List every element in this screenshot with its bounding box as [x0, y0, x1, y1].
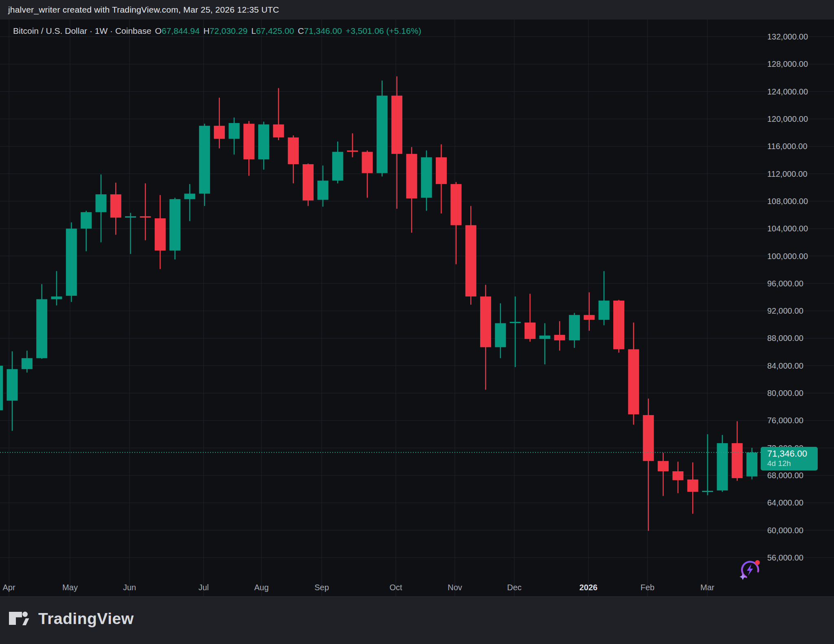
candle[interactable]: [495, 323, 506, 347]
candle[interactable]: [406, 154, 417, 198]
candle[interactable]: [303, 164, 314, 200]
candle[interactable]: [332, 152, 343, 181]
candle[interactable]: [273, 124, 284, 137]
candle[interactable]: [421, 157, 432, 198]
candlestick-chart[interactable]: [0, 0, 834, 644]
candle[interactable]: [702, 491, 713, 492]
time-axis-label: Mar: [700, 582, 714, 592]
candle[interactable]: [155, 218, 166, 251]
candle[interactable]: [539, 336, 550, 339]
time-axis-label: Jun: [123, 582, 136, 592]
tradingview-logo-text: TradingView: [38, 610, 134, 628]
time-axis-label: Oct: [389, 582, 402, 592]
candle[interactable]: [244, 124, 255, 160]
candle[interactable]: [362, 152, 373, 173]
candle[interactable]: [377, 96, 388, 173]
ohlc-open: O67,844.94: [155, 26, 200, 36]
candle[interactable]: [436, 157, 447, 184]
candle[interactable]: [687, 479, 698, 492]
price-axis-label: 64,000.00: [767, 498, 803, 508]
time-axis-label: Dec: [507, 582, 522, 592]
candle[interactable]: [22, 358, 33, 369]
candle[interactable]: [184, 193, 195, 199]
candle[interactable]: [658, 461, 669, 471]
price-axis-label: 120,000.00: [767, 114, 808, 124]
candle[interactable]: [199, 126, 210, 194]
symbol-title[interactable]: Bitcoin / U.S. Dollar · 1W · Coinbase: [13, 26, 151, 36]
time-axis-label: Apr: [2, 582, 15, 592]
price-axis-label: 92,000.00: [767, 306, 803, 316]
candle[interactable]: [732, 443, 743, 478]
candle[interactable]: [717, 443, 728, 490]
candle[interactable]: [95, 194, 106, 212]
candle[interactable]: [465, 225, 476, 297]
time-axis-label: May: [62, 582, 78, 592]
tradingview-logo-icon: [9, 611, 31, 626]
ohlc-low: L67,425.00: [251, 26, 294, 36]
attribution-text: jhalver_writer created with TradingView.…: [8, 5, 279, 15]
candle[interactable]: [480, 297, 491, 347]
ohlc-close: C71,346.00: [298, 26, 342, 36]
candle[interactable]: [569, 315, 580, 340]
price-axis-label: 100,000.00: [767, 251, 808, 261]
bar-countdown: 4d 12h: [767, 459, 818, 468]
price-axis-label: 60,000.00: [767, 525, 803, 535]
candle[interactable]: [554, 335, 565, 340]
price-axis-label: 124,000.00: [767, 87, 808, 97]
candle[interactable]: [450, 184, 461, 225]
price-axis-label: 128,000.00: [767, 59, 808, 69]
candle[interactable]: [317, 180, 328, 200]
price-axis-label: 88,000.00: [767, 333, 803, 343]
candle[interactable]: [391, 96, 402, 154]
candle[interactable]: [0, 366, 3, 410]
candle[interactable]: [672, 471, 683, 480]
candle[interactable]: [288, 137, 299, 164]
price-axis-label: 76,000.00: [767, 415, 803, 425]
candle[interactable]: [7, 369, 18, 400]
candle[interactable]: [643, 415, 654, 461]
tradingview-logo[interactable]: TradingView: [9, 610, 134, 628]
time-axis-label: Jul: [198, 582, 209, 592]
time-axis-label: Aug: [254, 582, 269, 592]
price-axis-label: 112,000.00: [767, 169, 808, 179]
candle[interactable]: [169, 199, 180, 251]
candle[interactable]: [36, 299, 47, 358]
candle[interactable]: [51, 297, 62, 299]
attribution-bar: jhalver_writer created with TradingView.…: [0, 0, 834, 20]
time-axis-label: Feb: [641, 582, 654, 592]
boost-rocket-icon[interactable]: [739, 558, 762, 581]
time-axis-label: 2026: [579, 582, 598, 592]
candle[interactable]: [628, 349, 639, 414]
price-axis-label: 104,000.00: [767, 224, 808, 233]
candle[interactable]: [140, 216, 151, 218]
symbol-legend: Bitcoin / U.S. Dollar · 1W · Coinbase O6…: [13, 26, 421, 36]
current-price-badge[interactable]: 71,346.00 4d 12h: [761, 447, 818, 470]
candle[interactable]: [599, 301, 610, 320]
lightning-bolt-icon: [747, 564, 753, 576]
price-axis-label: 132,000.00: [767, 32, 808, 42]
price-axis-label: 116,000.00: [767, 141, 808, 151]
change-value: +3,501.06 (+5.16%): [346, 26, 421, 36]
price-axis-label: 84,000.00: [767, 361, 803, 371]
candle[interactable]: [214, 126, 225, 139]
red-dot: [755, 560, 760, 565]
candle[interactable]: [613, 301, 624, 349]
candle[interactable]: [258, 124, 269, 159]
price-axis-label: 96,000.00: [767, 279, 803, 288]
tradingview-published-chart: 132,000.00128,000.00124,000.00120,000.00…: [0, 0, 834, 644]
candle[interactable]: [228, 123, 239, 139]
price-axis-label: 56,000.00: [767, 553, 803, 563]
candle[interactable]: [110, 194, 121, 218]
ohlc-high: H72,030.29: [203, 26, 248, 36]
candle[interactable]: [510, 322, 521, 323]
candle[interactable]: [584, 315, 595, 320]
price-axis-label: 68,000.00: [767, 470, 803, 480]
time-axis-label: Sep: [314, 582, 329, 592]
candle[interactable]: [66, 229, 77, 296]
candle[interactable]: [347, 150, 358, 152]
candle[interactable]: [81, 212, 92, 229]
plot-background: [0, 20, 834, 596]
candle[interactable]: [125, 216, 136, 218]
candle[interactable]: [525, 323, 536, 339]
candle[interactable]: [746, 453, 757, 477]
